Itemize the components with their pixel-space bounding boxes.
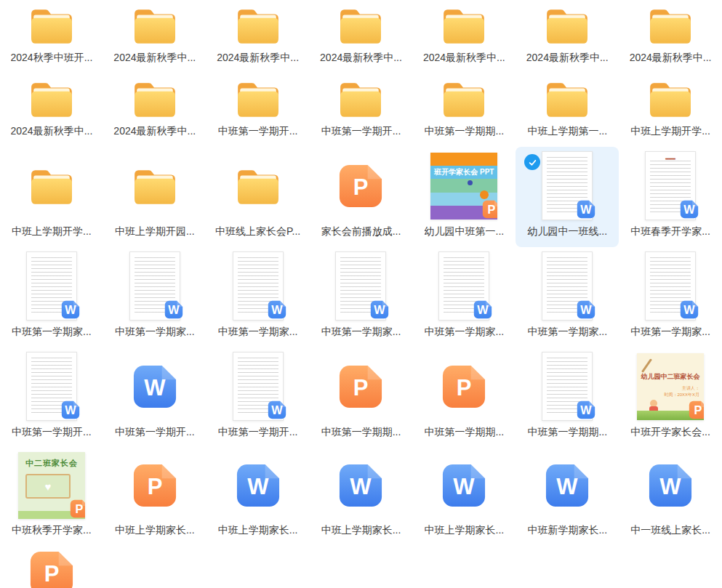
file-label: 中班第一学期开... bbox=[218, 425, 298, 438]
file-item[interactable]: W 中班第一学期家... bbox=[310, 247, 413, 347]
file-item[interactable]: W 中班第一学期家... bbox=[206, 247, 310, 347]
file-label: 幼儿园中班第一... bbox=[425, 225, 505, 238]
file-item[interactable]: 2024最新秋季中... bbox=[103, 73, 206, 147]
file-item[interactable]: P 中班第一学期期... bbox=[310, 347, 413, 448]
file-label: 家长会前播放成... bbox=[321, 225, 401, 238]
word-badge-icon: W bbox=[370, 300, 389, 319]
doc-thumbnail: ▂▂▂ W bbox=[645, 151, 696, 220]
file-item[interactable]: W 中班上学期家长... bbox=[310, 448, 413, 546]
doc-thumbnail: W bbox=[645, 251, 696, 321]
file-item[interactable]: 中班上学期开学... bbox=[619, 73, 722, 147]
file-item[interactable]: W 中班第一学期家... bbox=[619, 247, 722, 347]
file-item[interactable]: W 中班第一学期期... bbox=[516, 347, 619, 448]
file-item[interactable]: P 中班上学期家长... bbox=[103, 448, 206, 546]
file-item[interactable]: W 中班上学期家长... bbox=[206, 448, 310, 546]
file-item[interactable]: 中二班家长会 ♥ P 中班秋季开学家... bbox=[0, 448, 103, 546]
file-item[interactable]: 2024最新秋季中... bbox=[103, 0, 206, 73]
word-badge-icon: W bbox=[680, 200, 699, 219]
file-item[interactable]: W 幼儿园中一班线... bbox=[516, 147, 619, 247]
file-label: 中班春季开学家... bbox=[630, 225, 710, 238]
file-item[interactable]: 2024最新秋季中... bbox=[310, 0, 413, 73]
file-label: 中一班线上家长... bbox=[630, 523, 710, 536]
file-item[interactable]: 2024秋季中班开... bbox=[0, 0, 103, 73]
file-label: 中班第一学期家... bbox=[425, 325, 505, 338]
doc-title-line: ▂▂▂ bbox=[646, 155, 695, 160]
word-badge-icon: W bbox=[268, 300, 286, 319]
file-label: 2024最新秋季中... bbox=[11, 124, 93, 137]
doc-thumbnail: W bbox=[335, 251, 386, 321]
file-item[interactable]: 中班第一学期开... bbox=[310, 73, 413, 147]
file-item[interactable]: W 中班新学期家长... bbox=[516, 448, 619, 546]
folder-icon bbox=[131, 78, 179, 120]
file-item[interactable]: 幼儿园中二班家长会 主讲人：时间：20XX年X月 P 中班开学家长会... bbox=[619, 347, 722, 448]
file-item[interactable]: ▂▂▂ W 中班春季开学家... bbox=[619, 147, 722, 247]
file-label: 中班第一学期期... bbox=[425, 425, 505, 438]
svg-text:W: W bbox=[271, 403, 283, 416]
file-label: 中班线上家长会P... bbox=[215, 225, 300, 238]
file-item[interactable]: W 中班第一学期开... bbox=[0, 347, 103, 448]
file-item[interactable]: 2024最新秋季中... bbox=[0, 73, 103, 147]
folder-icon bbox=[234, 165, 282, 207]
folder-icon bbox=[543, 78, 591, 120]
folder-icon bbox=[440, 4, 488, 47]
file-label: 2024最新秋季中... bbox=[217, 51, 299, 64]
file-item[interactable]: 2024最新秋季中... bbox=[619, 0, 722, 73]
file-item[interactable]: W 中班第一学期家... bbox=[0, 247, 103, 347]
ppt-badge-icon: P bbox=[689, 400, 704, 419]
file-label: 中班第一学期家... bbox=[527, 325, 607, 338]
svg-text:P: P bbox=[147, 474, 162, 499]
file-label: 幼儿园中一班线... bbox=[527, 225, 607, 238]
file-item[interactable]: 2024最新秋季中... bbox=[516, 0, 619, 73]
file-item[interactable]: P 中一班线上家长... bbox=[0, 546, 103, 588]
file-item[interactable]: P 中班第一学期期... bbox=[412, 347, 516, 448]
folder-icon bbox=[28, 165, 76, 207]
folder-icon bbox=[543, 4, 591, 47]
folder-icon bbox=[131, 165, 179, 207]
file-item[interactable]: 2024最新秋季中... bbox=[412, 0, 516, 73]
word-badge-icon: W bbox=[268, 400, 286, 419]
folder-icon bbox=[646, 78, 694, 120]
file-item[interactable]: W 中班第一学期开... bbox=[206, 347, 310, 448]
ppt-file-icon: P bbox=[441, 364, 486, 409]
file-item[interactable]: 中班上学期开学... bbox=[0, 147, 103, 247]
ppt-file-icon: P bbox=[338, 364, 383, 409]
folder-icon bbox=[234, 78, 282, 120]
svg-text:W: W bbox=[478, 303, 489, 316]
word-file-icon: W bbox=[236, 463, 281, 508]
doc-thumbnail: W bbox=[438, 251, 489, 321]
file-label: 中班第一学期期... bbox=[527, 425, 607, 438]
svg-text:W: W bbox=[144, 374, 166, 400]
file-item[interactable]: 中班线上家长会P... bbox=[206, 147, 310, 247]
svg-text:W: W bbox=[65, 303, 76, 316]
svg-text:W: W bbox=[247, 474, 269, 499]
file-item[interactable]: W 中一班线上家长... bbox=[619, 448, 722, 546]
folder-icon bbox=[440, 78, 488, 120]
word-file-icon: W bbox=[132, 364, 177, 409]
pencil-decoration bbox=[641, 358, 652, 373]
file-item[interactable]: W 中班第一学期家... bbox=[412, 247, 516, 347]
folder-icon bbox=[28, 4, 76, 47]
file-item[interactable]: W 中班第一学期家... bbox=[516, 247, 619, 347]
file-item[interactable]: P 家长会前播放成... bbox=[310, 147, 413, 247]
word-file-icon: W bbox=[338, 463, 383, 508]
svg-text:W: W bbox=[683, 303, 695, 316]
file-label: 中班第一学期家... bbox=[321, 325, 401, 338]
file-label: 中班第一学期期... bbox=[321, 425, 401, 438]
file-item[interactable]: 中班第一学期开... bbox=[206, 73, 310, 147]
svg-text:W: W bbox=[581, 203, 593, 216]
svg-text:P: P bbox=[488, 202, 496, 215]
file-item[interactable]: 班开学家长会 PPT P 幼儿园中班第一... bbox=[412, 147, 516, 247]
ppt-badge-icon: P bbox=[70, 499, 85, 518]
file-item[interactable]: 中班上学期第一... bbox=[516, 73, 619, 147]
file-item[interactable]: W 中班第一学期开... bbox=[103, 347, 206, 448]
svg-text:P: P bbox=[353, 174, 369, 199]
file-item[interactable]: 2024最新秋季中... bbox=[206, 0, 310, 73]
folder-icon bbox=[28, 78, 76, 120]
file-label: 中班上学期开园... bbox=[115, 225, 195, 238]
file-label: 中班上学期家长... bbox=[115, 523, 195, 536]
file-item[interactable]: 中班上学期开园... bbox=[103, 147, 206, 247]
file-item[interactable]: 中班第一学期期... bbox=[412, 73, 516, 147]
file-item[interactable]: W 中班上学期家长... bbox=[412, 448, 516, 546]
file-label: 2024秋季中班开... bbox=[11, 51, 93, 64]
file-item[interactable]: W 中班第一学期家... bbox=[103, 247, 206, 347]
